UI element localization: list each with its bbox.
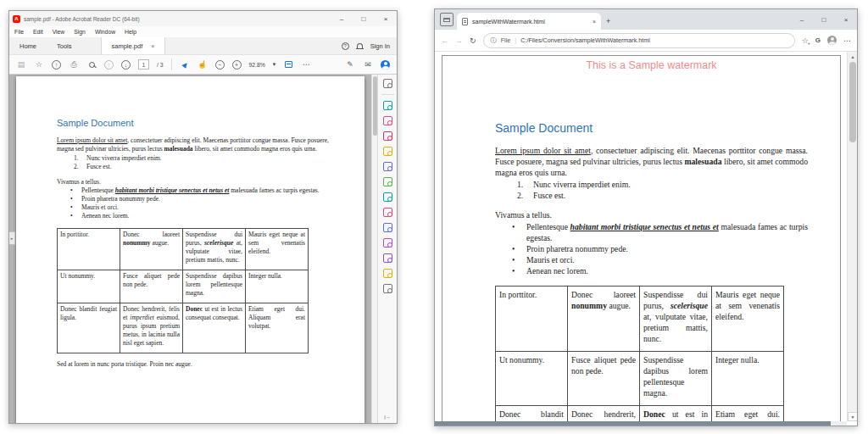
table-cell: Donec laoreet nonummy augue. xyxy=(568,286,640,351)
maximize-button[interactable]: □ xyxy=(353,15,375,23)
combine-files-icon[interactable] xyxy=(383,162,392,171)
compress-pdf-icon[interactable] xyxy=(383,192,392,202)
settings-more-icon[interactable]: ⋯ xyxy=(843,36,851,45)
star-icon[interactable]: ☆ xyxy=(34,59,44,70)
bullet-list-item: •Mauris et orci. xyxy=(495,254,808,265)
refresh-icon[interactable]: ↻ xyxy=(470,36,476,45)
edit-pdf-icon[interactable] xyxy=(383,131,392,141)
edge-minimize-button[interactable]: – xyxy=(791,9,813,30)
nav-pane-handle-icon[interactable]: ▸ xyxy=(9,231,15,245)
print-icon[interactable]: ⎙ xyxy=(69,59,79,70)
site-info-icon[interactable]: ⓘ xyxy=(491,36,497,45)
select-tool-icon[interactable]: ▶ xyxy=(177,58,192,72)
certificates-icon[interactable] xyxy=(383,253,392,263)
zoom-caret-icon[interactable]: ▾ xyxy=(273,61,275,68)
bullet-list-item: •Mauris et orci. xyxy=(57,203,329,212)
html-page: This is a Sample watermark Sample Docume… xyxy=(442,55,841,426)
protect-icon[interactable] xyxy=(383,223,392,232)
zoom-out-icon[interactable]: − xyxy=(215,60,225,70)
table-cell: Ut nonummy. xyxy=(58,270,120,303)
page-favicon xyxy=(462,18,468,25)
tab-document-label: sample.pdf xyxy=(112,42,143,50)
page-number-input[interactable]: 1 xyxy=(138,59,149,70)
account-avatar-icon[interactable] xyxy=(381,60,390,70)
intro-paragraph: Lorem ipsum dolor sit amet, consectetuer… xyxy=(495,145,808,178)
pdf-vertical-scrollbar[interactable] xyxy=(371,75,377,423)
scroll-up-icon[interactable]: ▲ xyxy=(848,52,857,61)
acrobat-window-title: sample.pdf - Adobe Acrobat Reader DC (64… xyxy=(24,16,140,22)
table-cell: In porttitor. xyxy=(58,229,120,270)
export-pdf-icon[interactable] xyxy=(383,101,392,110)
send-comments-icon[interactable] xyxy=(383,269,392,278)
menu-help[interactable]: Help xyxy=(125,29,136,35)
search-icon[interactable] xyxy=(86,59,97,70)
numbered-list-item: 2.Fusce est. xyxy=(495,190,808,201)
bullet-list-item: •Pellentesque habitant morbi tristique s… xyxy=(495,221,808,243)
create-pdf-icon[interactable] xyxy=(383,116,392,125)
organize-pages-icon[interactable] xyxy=(383,177,392,186)
save-icon[interactable]: ▤ xyxy=(16,59,26,70)
comment-icon[interactable] xyxy=(383,147,392,156)
next-page-icon[interactable]: ↓ xyxy=(121,60,131,70)
edge-active-tab[interactable]: sampleWithWatermark.html × xyxy=(457,13,601,30)
share-upload-icon[interactable]: ↑ xyxy=(52,60,61,70)
sign-in-button[interactable]: Sign In xyxy=(370,42,390,50)
watermark-text: This is a Sample watermark xyxy=(495,58,808,73)
prepare-form-icon[interactable] xyxy=(383,238,392,248)
table-cell: Mauris eget neque at sem venenatis eleif… xyxy=(246,229,309,270)
menu-edit[interactable]: Edit xyxy=(33,29,43,35)
hand-tool-icon[interactable]: ☝ xyxy=(198,59,208,70)
table-row: Donec blandit feugiat ligula.Donec hendr… xyxy=(58,303,309,353)
second-paragraph: Vivamus a tellus. xyxy=(57,178,329,186)
zoom-level-select[interactable]: 92.8% xyxy=(249,62,265,68)
scroll-down-icon[interactable]: ▼ xyxy=(848,412,857,421)
fit-width-icon[interactable] xyxy=(283,59,293,70)
address-bar[interactable]: ⓘ File | C:/Files/Conversion/sampleWithW… xyxy=(483,33,795,48)
bullet-list-item: •Pellentesque habitant morbi tristique s… xyxy=(57,186,329,195)
desktop: A sample.pdf - Adobe Acrobat Reader DC (… xyxy=(0,0,868,434)
measure-icon[interactable] xyxy=(383,284,392,293)
address-protocol-label: File xyxy=(501,36,511,44)
edge-vertical-scrollbar[interactable]: ▲ ▼ xyxy=(847,52,857,421)
minimize-button[interactable]: – xyxy=(331,15,353,23)
tab-close-icon[interactable]: × xyxy=(151,43,154,49)
help-icon[interactable]: ? xyxy=(342,42,349,50)
table-row: In porttitor.Donec laoreet nonummy augue… xyxy=(58,229,309,270)
profile-avatar-icon[interactable] xyxy=(827,36,837,45)
menu-sign[interactable]: Sign xyxy=(74,29,86,35)
edge-horizontal-scrollbar[interactable] xyxy=(435,421,847,426)
table-cell: In porttitor. xyxy=(496,286,568,351)
search-tools-icon[interactable] xyxy=(383,79,392,88)
tab-tools[interactable]: Tools xyxy=(47,37,82,54)
forward-icon[interactable]: → xyxy=(455,36,463,45)
menu-file[interactable]: File xyxy=(14,29,24,35)
intro-paragraph: Lorem ipsum dolor sit amet, consectetuer… xyxy=(57,136,329,153)
bullet-list-item: •Proin pharetra nonummy pede. xyxy=(57,195,329,203)
more-tools-icon[interactable]: ⋯ xyxy=(301,59,311,70)
table-cell: Fusce aliquet pede non pede. xyxy=(120,270,183,303)
add-favorite-icon[interactable]: ☆ xyxy=(802,36,809,45)
notifications-bell-icon[interactable] xyxy=(357,43,363,48)
new-tab-button[interactable]: + xyxy=(606,17,610,25)
menu-view[interactable]: View xyxy=(53,29,65,35)
back-icon[interactable]: ← xyxy=(441,36,448,45)
previous-page-icon[interactable]: ↑ xyxy=(104,60,114,70)
send-email-icon[interactable]: ✉ xyxy=(363,59,373,70)
edge-maximize-button[interactable]: □ xyxy=(813,9,835,30)
menu-window[interactable]: Window xyxy=(95,29,115,35)
browser-essentials-icon[interactable]: G xyxy=(815,36,821,44)
tab-home[interactable]: Home xyxy=(9,37,47,54)
acrobat-window: A sample.pdf - Adobe Acrobat Reader DC (… xyxy=(8,10,398,424)
table-cell: Donec laoreet nonummy augue. xyxy=(120,229,183,270)
edge-content: This is a Sample watermark Sample Docume… xyxy=(435,52,857,426)
tab-document[interactable]: sample.pdf × xyxy=(101,37,166,54)
acrobat-content: Sample DocumentLorem ipsum dolor sit ame… xyxy=(9,75,397,423)
edge-close-button[interactable]: × xyxy=(835,9,857,30)
edge-tab-close-icon[interactable]: × xyxy=(593,19,596,25)
zoom-in-icon[interactable]: + xyxy=(232,60,242,70)
fill-sign-pen-icon[interactable]: ✎ xyxy=(345,59,355,70)
fill-sign-icon[interactable] xyxy=(383,208,392,217)
tab-actions-menu-icon[interactable] xyxy=(440,13,453,26)
close-button[interactable]: × xyxy=(375,15,397,23)
sidebar-expand-icon[interactable]: |→ xyxy=(384,415,391,420)
